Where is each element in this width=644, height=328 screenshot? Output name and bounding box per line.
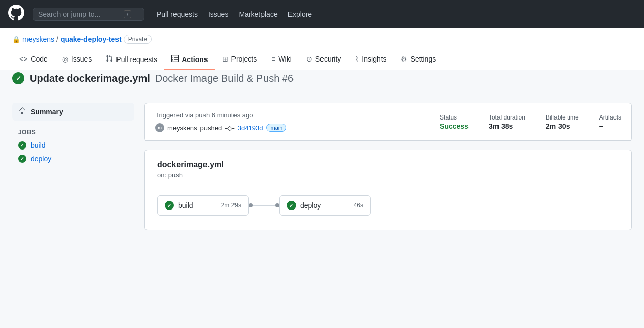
trigger-text: Triggered via push 6 minutes ago bbox=[155, 111, 419, 119]
tab-security: ⊙ Security bbox=[299, 50, 348, 70]
slash-key: / bbox=[124, 10, 131, 18]
security-icon: ⊙ bbox=[306, 55, 312, 63]
connector-dot-left bbox=[249, 203, 253, 207]
trigger-arrow: -◇- bbox=[225, 124, 235, 132]
search-bar[interactable]: / bbox=[33, 8, 144, 21]
tab-issues: ◎ Issues bbox=[55, 50, 99, 70]
top-nav-links: Pull requests Issues Marketplace Explore bbox=[157, 10, 312, 18]
job-node-build-icon bbox=[165, 201, 174, 210]
stat-duration-value: 3m 38s bbox=[489, 122, 525, 130]
actor-avatar: m bbox=[155, 123, 164, 132]
top-navigation: / Pull requests Issues Marketplace Explo… bbox=[0, 0, 644, 28]
tab-insights-label: Insights bbox=[362, 55, 386, 63]
nav-pull-requests[interactable]: Pull requests bbox=[157, 10, 198, 18]
repo-header: 🔒 meyskens / quake-deploy-test Private <… bbox=[0, 28, 644, 70]
stat-duration: Total duration 3m 38s bbox=[489, 114, 525, 130]
tab-projects: ⊞ Projects bbox=[215, 50, 265, 70]
content-wrapper: Update dockerimage.yml Docker Image Buil… bbox=[0, 72, 644, 241]
owner-link[interactable]: meyskens bbox=[22, 35, 54, 43]
tab-security-link[interactable]: ⊙ Security bbox=[299, 50, 348, 69]
nav-issues[interactable]: Issues bbox=[208, 10, 228, 18]
tab-code-link[interactable]: <> Code bbox=[12, 50, 55, 69]
actions-icon bbox=[171, 55, 179, 64]
breadcrumb: 🔒 meyskens / quake-deploy-test Private bbox=[12, 35, 632, 44]
trigger-info: Triggered via push 6 minutes ago m meysk… bbox=[155, 111, 419, 132]
tab-issues-link[interactable]: ◎ Issues bbox=[55, 50, 99, 69]
stat-status-value: Success bbox=[440, 122, 469, 130]
tab-pull-requests: Pull requests bbox=[99, 50, 164, 70]
sidebar-job-deploy[interactable]: deploy bbox=[12, 152, 134, 165]
job-node-deploy-label: deploy bbox=[300, 201, 321, 210]
stat-billable-value: 2m 30s bbox=[546, 122, 579, 130]
tab-wiki: ≡ Wiki bbox=[264, 50, 299, 70]
job-node-deploy[interactable]: deploy 46s bbox=[279, 195, 371, 216]
breadcrumb-separator: / bbox=[56, 35, 58, 43]
stat-billable: Billable time 2m 30s bbox=[546, 114, 579, 130]
job-node-deploy-icon bbox=[287, 201, 296, 210]
trigger-card: Triggered via push 6 minutes ago m meysk… bbox=[144, 103, 632, 141]
code-icon: <> bbox=[19, 55, 27, 63]
workflow-graph: build 2m 29s deploy 46s bbox=[157, 191, 619, 220]
nav-marketplace[interactable]: Marketplace bbox=[239, 10, 277, 18]
search-input[interactable] bbox=[38, 10, 120, 18]
main-content: Triggered via push 6 minutes ago m meysk… bbox=[144, 103, 632, 230]
tab-code-label: Code bbox=[31, 55, 47, 63]
tab-actions-link[interactable]: Actions bbox=[164, 50, 215, 70]
issues-icon: ◎ bbox=[62, 55, 68, 63]
github-logo[interactable] bbox=[8, 5, 24, 24]
job-node-build-time: 2m 29s bbox=[221, 202, 241, 209]
sidebar-job-deploy-label: deploy bbox=[31, 155, 51, 163]
workflow-card: dockerimage.yml on: push build 2m 29s bbox=[144, 150, 632, 230]
insights-icon: ⌇ bbox=[355, 55, 359, 63]
trigger-action: pushed bbox=[200, 124, 222, 132]
settings-icon: ⚙ bbox=[401, 55, 407, 63]
tab-actions-label: Actions bbox=[182, 55, 208, 64]
tab-wiki-link[interactable]: ≡ Wiki bbox=[264, 50, 299, 69]
run-title: Update dockerimage.yml bbox=[30, 73, 150, 84]
tab-settings-link[interactable]: ⚙ Settings bbox=[394, 50, 444, 69]
repo-link[interactable]: quake-deploy-test bbox=[61, 35, 122, 43]
tab-pr-label: Pull requests bbox=[116, 55, 157, 64]
home-icon bbox=[18, 107, 26, 116]
tab-projects-link[interactable]: ⊞ Projects bbox=[215, 50, 265, 69]
stat-status-label: Status bbox=[440, 114, 469, 121]
job-build-success-icon bbox=[18, 141, 26, 150]
job-node-build-label: build bbox=[178, 201, 193, 210]
job-deploy-success-icon bbox=[18, 155, 26, 163]
tab-pr-link[interactable]: Pull requests bbox=[99, 50, 164, 70]
tab-security-label: Security bbox=[315, 55, 341, 63]
tab-settings-label: Settings bbox=[411, 55, 436, 63]
nav-explore[interactable]: Explore bbox=[288, 10, 312, 18]
tab-actions: Actions bbox=[164, 50, 215, 70]
run-title-bar: Update dockerimage.yml Docker Image Buil… bbox=[0, 72, 644, 93]
stat-duration-label: Total duration bbox=[489, 114, 525, 121]
branch-badge: main bbox=[266, 124, 286, 132]
sidebar-summary-label: Summary bbox=[31, 108, 63, 116]
sidebar: Summary Jobs build deploy bbox=[12, 103, 134, 230]
tab-insights-link[interactable]: ⌇ Insights bbox=[348, 50, 393, 69]
tab-insights: ⌇ Insights bbox=[348, 50, 393, 70]
visibility-badge: Private bbox=[124, 35, 152, 44]
projects-icon: ⊞ bbox=[222, 55, 228, 63]
tab-issues-label: Issues bbox=[71, 55, 92, 63]
stat-artifacts-value: – bbox=[599, 122, 621, 130]
stat-artifacts: Artifacts – bbox=[599, 114, 621, 130]
run-status-icon bbox=[12, 72, 24, 84]
run-workflow: Docker Image Build & Push #6 bbox=[155, 73, 294, 84]
lock-icon: 🔒 bbox=[12, 36, 20, 43]
trigger-row: Triggered via push 6 minutes ago m meysk… bbox=[145, 103, 631, 141]
tab-wiki-label: Wiki bbox=[278, 55, 291, 63]
page-layout: Summary Jobs build deploy T bbox=[0, 93, 644, 241]
connector-dot-right bbox=[275, 203, 279, 207]
job-node-deploy-time: 46s bbox=[354, 202, 363, 209]
actor-name: meyskens bbox=[167, 124, 197, 132]
sidebar-job-build[interactable]: build bbox=[12, 139, 134, 152]
tab-code: <> Code bbox=[12, 50, 55, 70]
wiki-icon: ≡ bbox=[271, 55, 275, 63]
tab-settings: ⚙ Settings bbox=[394, 50, 444, 70]
sidebar-summary[interactable]: Summary bbox=[12, 103, 134, 121]
job-node-build[interactable]: build 2m 29s bbox=[157, 195, 249, 216]
sidebar-job-build-label: build bbox=[31, 141, 46, 150]
connector-line bbox=[253, 205, 275, 206]
commit-hash-link[interactable]: 3d4193d bbox=[238, 124, 264, 132]
